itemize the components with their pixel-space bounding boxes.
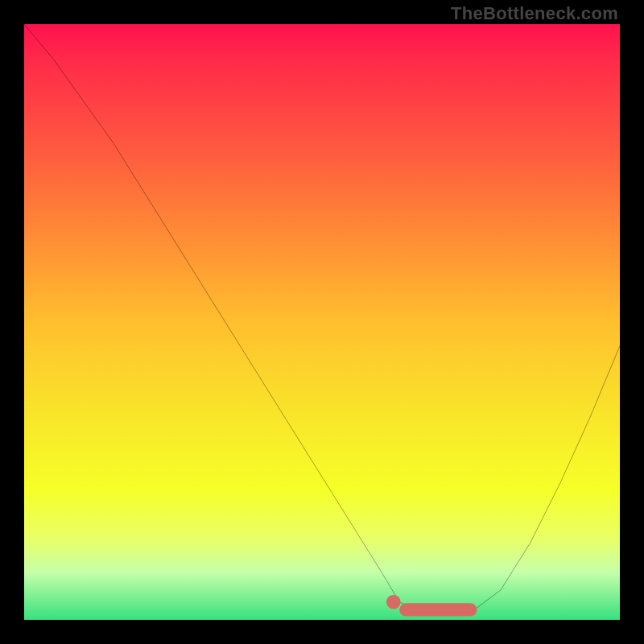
chart-svg <box>24 24 620 620</box>
outer-frame: TheBottleneck.com <box>0 0 644 644</box>
optimal-start-dot <box>386 595 401 609</box>
watermark-text: TheBottleneck.com <box>451 3 618 24</box>
plot-area <box>24 24 620 620</box>
optimal-region-marker <box>399 603 477 616</box>
bottleneck-curve-line <box>24 24 620 614</box>
